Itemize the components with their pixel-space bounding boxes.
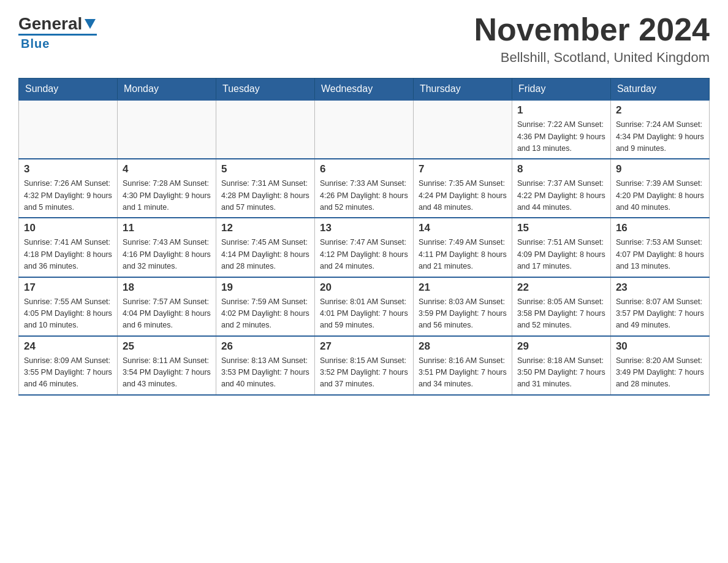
day-number: 28 bbox=[419, 340, 507, 353]
day-info: Sunrise: 7:24 AM Sunset: 4:34 PM Dayligh… bbox=[616, 119, 704, 155]
page-header: General Blue November 2024 Bellshill, Sc… bbox=[18, 12, 710, 66]
calendar-day-cell: 30Sunrise: 8:20 AM Sunset: 3:49 PM Dayli… bbox=[610, 336, 709, 395]
calendar-day-cell: 10Sunrise: 7:41 AM Sunset: 4:18 PM Dayli… bbox=[19, 218, 118, 277]
calendar-day-cell: 1Sunrise: 7:22 AM Sunset: 4:36 PM Daylig… bbox=[512, 100, 610, 159]
day-number: 2 bbox=[616, 104, 704, 117]
day-info: Sunrise: 7:26 AM Sunset: 4:32 PM Dayligh… bbox=[24, 178, 112, 213]
day-of-week-header: Tuesday bbox=[216, 79, 314, 101]
day-of-week-header: Thursday bbox=[413, 79, 512, 101]
calendar-day-cell bbox=[117, 100, 216, 159]
logo-triangle-icon bbox=[83, 17, 97, 30]
svg-marker-0 bbox=[85, 19, 96, 29]
calendar-day-cell: 27Sunrise: 8:15 AM Sunset: 3:52 PM Dayli… bbox=[314, 336, 413, 395]
day-number: 14 bbox=[419, 222, 507, 234]
day-number: 13 bbox=[320, 222, 408, 234]
logo-blue-text: Blue bbox=[21, 37, 50, 50]
calendar-day-cell: 13Sunrise: 7:47 AM Sunset: 4:12 PM Dayli… bbox=[314, 218, 413, 277]
calendar-day-cell: 6Sunrise: 7:33 AM Sunset: 4:26 PM Daylig… bbox=[314, 159, 413, 218]
day-info: Sunrise: 7:57 AM Sunset: 4:04 PM Dayligh… bbox=[123, 296, 211, 332]
day-number: 11 bbox=[123, 222, 211, 234]
calendar-day-cell bbox=[413, 100, 512, 159]
day-info: Sunrise: 7:35 AM Sunset: 4:24 PM Dayligh… bbox=[419, 178, 507, 213]
day-number: 3 bbox=[24, 163, 112, 175]
calendar-header-row: SundayMondayTuesdayWednesdayThursdayFrid… bbox=[19, 79, 710, 101]
calendar-day-cell: 25Sunrise: 8:11 AM Sunset: 3:54 PM Dayli… bbox=[117, 336, 216, 395]
day-number: 25 bbox=[123, 340, 211, 353]
calendar-week-row: 17Sunrise: 7:55 AM Sunset: 4:05 PM Dayli… bbox=[19, 277, 710, 336]
day-number: 21 bbox=[419, 282, 507, 294]
day-info: Sunrise: 7:22 AM Sunset: 4:36 PM Dayligh… bbox=[517, 119, 605, 155]
location-text: Bellshill, Scotland, United Kingdom bbox=[474, 50, 710, 66]
calendar-day-cell: 23Sunrise: 8:07 AM Sunset: 3:57 PM Dayli… bbox=[610, 277, 709, 336]
day-number: 15 bbox=[517, 222, 605, 234]
day-info: Sunrise: 8:15 AM Sunset: 3:52 PM Dayligh… bbox=[320, 355, 408, 391]
day-number: 12 bbox=[221, 222, 309, 234]
calendar-day-cell: 20Sunrise: 8:01 AM Sunset: 4:01 PM Dayli… bbox=[314, 277, 413, 336]
day-info: Sunrise: 8:18 AM Sunset: 3:50 PM Dayligh… bbox=[517, 355, 605, 391]
day-of-week-header: Saturday bbox=[610, 79, 709, 101]
day-number: 7 bbox=[419, 163, 507, 175]
day-number: 16 bbox=[616, 222, 704, 234]
day-number: 5 bbox=[221, 163, 309, 175]
day-number: 1 bbox=[517, 104, 605, 117]
day-number: 9 bbox=[616, 163, 704, 175]
calendar-day-cell: 24Sunrise: 8:09 AM Sunset: 3:55 PM Dayli… bbox=[19, 336, 118, 395]
title-block: November 2024 Bellshill, Scotland, Unite… bbox=[474, 12, 710, 66]
day-info: Sunrise: 7:51 AM Sunset: 4:09 PM Dayligh… bbox=[517, 237, 605, 272]
calendar-day-cell: 22Sunrise: 8:05 AM Sunset: 3:58 PM Dayli… bbox=[512, 277, 610, 336]
calendar-day-cell: 21Sunrise: 8:03 AM Sunset: 3:59 PM Dayli… bbox=[413, 277, 512, 336]
day-info: Sunrise: 7:37 AM Sunset: 4:22 PM Dayligh… bbox=[517, 178, 605, 213]
day-info: Sunrise: 8:13 AM Sunset: 3:53 PM Dayligh… bbox=[221, 355, 309, 391]
day-number: 26 bbox=[221, 340, 309, 353]
calendar-day-cell: 4Sunrise: 7:28 AM Sunset: 4:30 PM Daylig… bbox=[117, 159, 216, 218]
calendar-day-cell: 5Sunrise: 7:31 AM Sunset: 4:28 PM Daylig… bbox=[216, 159, 314, 218]
day-info: Sunrise: 8:20 AM Sunset: 3:49 PM Dayligh… bbox=[616, 355, 704, 391]
day-info: Sunrise: 8:01 AM Sunset: 4:01 PM Dayligh… bbox=[320, 296, 408, 332]
day-number: 10 bbox=[24, 222, 112, 234]
calendar-day-cell: 11Sunrise: 7:43 AM Sunset: 4:16 PM Dayli… bbox=[117, 218, 216, 277]
day-info: Sunrise: 8:05 AM Sunset: 3:58 PM Dayligh… bbox=[517, 296, 605, 332]
day-number: 30 bbox=[616, 340, 704, 353]
calendar-day-cell: 26Sunrise: 8:13 AM Sunset: 3:53 PM Dayli… bbox=[216, 336, 314, 395]
day-of-week-header: Monday bbox=[117, 79, 216, 101]
day-info: Sunrise: 8:09 AM Sunset: 3:55 PM Dayligh… bbox=[24, 355, 112, 391]
logo: General Blue bbox=[18, 12, 97, 51]
day-info: Sunrise: 7:59 AM Sunset: 4:02 PM Dayligh… bbox=[221, 296, 309, 332]
day-of-week-header: Friday bbox=[512, 79, 610, 101]
day-number: 18 bbox=[123, 282, 211, 294]
day-number: 4 bbox=[123, 163, 211, 175]
month-title: November 2024 bbox=[474, 12, 710, 47]
calendar-table: SundayMondayTuesdayWednesdayThursdayFrid… bbox=[18, 78, 710, 396]
day-info: Sunrise: 7:39 AM Sunset: 4:20 PM Dayligh… bbox=[616, 178, 704, 213]
calendar-day-cell bbox=[19, 100, 118, 159]
day-number: 8 bbox=[517, 163, 605, 175]
day-number: 29 bbox=[517, 340, 605, 353]
day-info: Sunrise: 8:16 AM Sunset: 3:51 PM Dayligh… bbox=[419, 355, 507, 391]
calendar-week-row: 24Sunrise: 8:09 AM Sunset: 3:55 PM Dayli… bbox=[19, 336, 710, 395]
calendar-day-cell: 8Sunrise: 7:37 AM Sunset: 4:22 PM Daylig… bbox=[512, 159, 610, 218]
calendar-day-cell: 9Sunrise: 7:39 AM Sunset: 4:20 PM Daylig… bbox=[610, 159, 709, 218]
calendar-day-cell: 3Sunrise: 7:26 AM Sunset: 4:32 PM Daylig… bbox=[19, 159, 118, 218]
calendar-day-cell: 7Sunrise: 7:35 AM Sunset: 4:24 PM Daylig… bbox=[413, 159, 512, 218]
day-info: Sunrise: 8:11 AM Sunset: 3:54 PM Dayligh… bbox=[123, 355, 211, 391]
day-of-week-header: Sunday bbox=[19, 79, 118, 101]
day-info: Sunrise: 7:31 AM Sunset: 4:28 PM Dayligh… bbox=[221, 178, 309, 213]
calendar-week-row: 1Sunrise: 7:22 AM Sunset: 4:36 PM Daylig… bbox=[19, 100, 710, 159]
calendar-week-row: 10Sunrise: 7:41 AM Sunset: 4:18 PM Dayli… bbox=[19, 218, 710, 277]
day-number: 23 bbox=[616, 282, 704, 294]
logo-general-text: General bbox=[18, 15, 82, 33]
day-info: Sunrise: 7:28 AM Sunset: 4:30 PM Dayligh… bbox=[123, 178, 211, 213]
calendar-week-row: 3Sunrise: 7:26 AM Sunset: 4:32 PM Daylig… bbox=[19, 159, 710, 218]
day-number: 22 bbox=[517, 282, 605, 294]
day-number: 27 bbox=[320, 340, 408, 353]
day-number: 17 bbox=[24, 282, 112, 294]
day-info: Sunrise: 7:47 AM Sunset: 4:12 PM Dayligh… bbox=[320, 237, 408, 272]
calendar-day-cell bbox=[216, 100, 314, 159]
day-info: Sunrise: 7:41 AM Sunset: 4:18 PM Dayligh… bbox=[24, 237, 112, 272]
calendar-day-cell: 16Sunrise: 7:53 AM Sunset: 4:07 PM Dayli… bbox=[610, 218, 709, 277]
calendar-day-cell: 17Sunrise: 7:55 AM Sunset: 4:05 PM Dayli… bbox=[19, 277, 118, 336]
day-info: Sunrise: 7:43 AM Sunset: 4:16 PM Dayligh… bbox=[123, 237, 211, 272]
day-of-week-header: Wednesday bbox=[314, 79, 413, 101]
day-info: Sunrise: 7:53 AM Sunset: 4:07 PM Dayligh… bbox=[616, 237, 704, 272]
day-number: 24 bbox=[24, 340, 112, 353]
